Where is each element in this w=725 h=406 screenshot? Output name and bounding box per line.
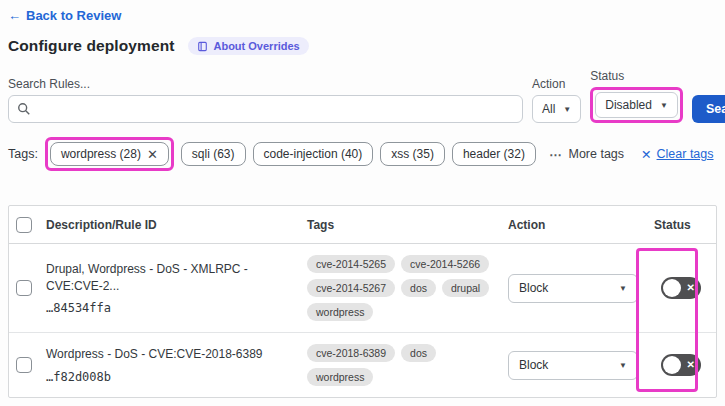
more-tags-button[interactable]: ⋯ More tags — [549, 147, 624, 162]
clear-x-icon: ✕ — [641, 147, 651, 162]
tag-badge: cve-2014-5267 — [307, 279, 395, 297]
remove-tag-icon[interactable]: ✕ — [147, 147, 158, 162]
filter-tag-pill[interactable]: xss (35) — [380, 142, 445, 166]
clear-tags-link[interactable]: ✕ Clear tags — [641, 147, 713, 162]
column-header-description: Description/Rule ID — [39, 218, 301, 232]
row-checkbox[interactable] — [16, 357, 32, 373]
filter-tag-label: sqli (63) — [192, 147, 235, 161]
search-input[interactable] — [37, 102, 522, 116]
chevron-down-icon: ▼ — [660, 101, 668, 110]
chevron-down-icon: ▼ — [619, 284, 627, 293]
ellipsis-icon: ⋯ — [549, 147, 563, 162]
tags-bar-label: Tags: — [8, 147, 38, 161]
table-row: Drupal, Wordpress - DoS - XMLRPC - CVE:C… — [9, 244, 716, 333]
rule-tags: cve-2018-6389doswordpress — [301, 344, 493, 386]
action-filter-dropdown[interactable]: All ▼ — [532, 95, 581, 123]
filter-tag-pill[interactable]: wordpress (28)✕ — [50, 142, 169, 166]
action-select-value: Block — [519, 281, 548, 295]
search-rules-label: Search Rules... — [8, 77, 523, 91]
tag-badge: wordpress — [307, 368, 373, 386]
rule-description: Drupal, Wordpress - DoS - XMLRPC - CVE:C… — [46, 261, 301, 295]
toggle-off-x-icon: ✕ — [687, 358, 695, 372]
tag-badge: cve-2014-5265 — [307, 255, 395, 273]
about-overrides-badge[interactable]: About Overrides — [188, 37, 308, 55]
back-link-label: Back to Review — [26, 8, 121, 23]
configure-deployment-page: ← Back to Review Configure deployment Ab… — [0, 0, 725, 406]
more-tags-label: More tags — [568, 147, 624, 161]
table-row: Wordpress - DoS - CVE:CVE-2018-6389 …f82… — [9, 333, 716, 397]
tag-badge: cve-2014-5266 — [401, 255, 489, 273]
tag-badge: dos — [401, 344, 436, 362]
filter-tag-pill[interactable]: code-injection (40) — [253, 142, 374, 166]
action-select-value: Block — [519, 358, 548, 372]
toggle-off-x-icon: ✕ — [687, 281, 695, 295]
action-filter-value: All — [542, 102, 555, 116]
book-icon — [197, 41, 208, 52]
select-all-checkbox[interactable] — [16, 217, 32, 233]
rule-tags: cve-2014-5265cve-2014-5266cve-2014-5267d… — [301, 255, 493, 321]
rule-id: …f82d008b — [46, 370, 301, 384]
column-header-status: Status — [643, 218, 716, 232]
search-button[interactable]: Search — [692, 95, 725, 123]
column-header-action: Action — [503, 218, 643, 232]
row-checkbox[interactable] — [16, 280, 32, 296]
chevron-down-icon: ▼ — [563, 105, 571, 114]
tag-badge: drupal — [442, 279, 489, 297]
status-filter-value: Disabled — [605, 98, 652, 112]
filter-tag-label: header (32) — [463, 147, 525, 161]
status-filter-highlight: Disabled ▼ — [590, 87, 683, 123]
rule-id: …84534ffa — [46, 301, 301, 315]
status-toggle[interactable]: ✕ — [661, 277, 701, 299]
tag-badge: dos — [401, 279, 436, 297]
about-overrides-label: About Overrides — [213, 40, 299, 52]
table-header-row: Description/Rule ID Tags Action Status — [9, 206, 716, 244]
selected-tag-highlight: wordpress (28)✕ — [45, 137, 174, 171]
column-header-tags: Tags — [301, 218, 503, 232]
filter-tag-pill[interactable]: sqli (63) — [181, 142, 246, 166]
action-filter-label: Action — [532, 77, 581, 91]
filter-tag-label: wordpress (28) — [61, 147, 141, 161]
chevron-down-icon: ▼ — [619, 361, 627, 370]
rules-table: Description/Rule ID Tags Action Status D… — [8, 205, 717, 398]
back-to-review-link[interactable]: ← Back to Review — [8, 8, 121, 23]
filter-tag-label: xss (35) — [391, 147, 434, 161]
toggle-knob — [663, 279, 681, 297]
status-toggle[interactable]: ✕ — [661, 354, 701, 376]
status-filter-label: Status — [590, 69, 683, 83]
filter-tag-label: code-injection (40) — [264, 147, 363, 161]
clear-tags-label: Clear tags — [657, 147, 714, 161]
filter-tag-pill[interactable]: header (32) — [452, 142, 536, 166]
action-select[interactable]: Block ▼ — [508, 351, 638, 380]
tag-badge: wordpress — [307, 303, 373, 321]
action-select[interactable]: Block ▼ — [508, 274, 638, 303]
page-title: Configure deployment — [8, 37, 174, 55]
rule-description: Wordpress - DoS - CVE:CVE-2018-6389 — [46, 346, 301, 363]
back-arrow-icon: ← — [8, 8, 21, 23]
status-filter-dropdown[interactable]: Disabled ▼ — [595, 92, 678, 118]
search-box[interactable] — [8, 95, 523, 123]
tag-badge: cve-2018-6389 — [307, 344, 395, 362]
toggle-knob — [663, 356, 681, 374]
